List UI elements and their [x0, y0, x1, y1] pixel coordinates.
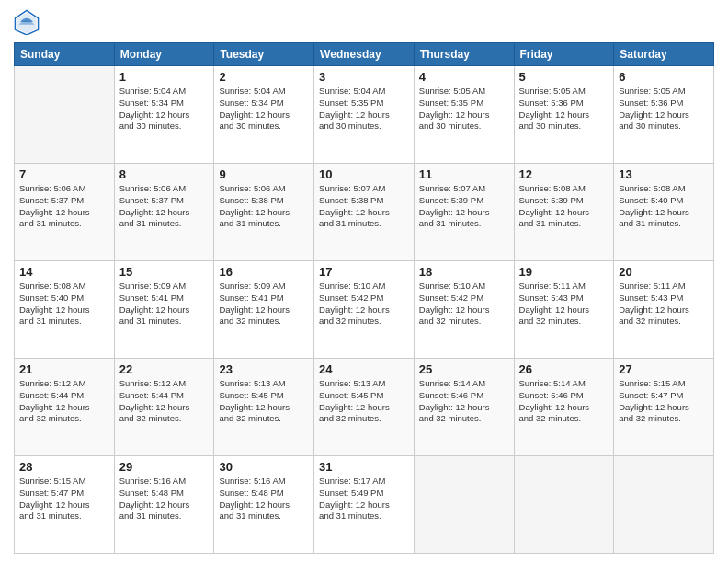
calendar-cell: 23Sunrise: 5:13 AM Sunset: 5:45 PM Dayli…: [214, 359, 314, 456]
day-number: 6: [619, 70, 709, 84]
day-info: Sunrise: 5:05 AM Sunset: 5:35 PM Dayligh…: [419, 86, 509, 132]
calendar-cell: 27Sunrise: 5:15 AM Sunset: 5:47 PM Dayli…: [614, 359, 714, 456]
calendar-cell: 8Sunrise: 5:06 AM Sunset: 5:37 PM Daylig…: [114, 164, 214, 261]
day-info: Sunrise: 5:06 AM Sunset: 5:37 PM Dayligh…: [19, 183, 109, 230]
header: [14, 9, 714, 35]
calendar-header-row: SundayMondayTuesdayWednesdayThursdayFrid…: [15, 43, 714, 66]
calendar-table: SundayMondayTuesdayWednesdayThursdayFrid…: [14, 42, 714, 554]
calendar-cell: 7Sunrise: 5:06 AM Sunset: 5:37 PM Daylig…: [15, 164, 115, 261]
calendar-cell: 18Sunrise: 5:10 AM Sunset: 5:42 PM Dayli…: [414, 261, 514, 359]
day-info: Sunrise: 5:08 AM Sunset: 5:40 PM Dayligh…: [19, 281, 109, 327]
day-number: 13: [619, 167, 709, 181]
day-info: Sunrise: 5:08 AM Sunset: 5:39 PM Dayligh…: [519, 183, 609, 230]
day-number: 14: [19, 265, 109, 279]
day-number: 9: [219, 167, 309, 181]
day-info: Sunrise: 5:08 AM Sunset: 5:40 PM Dayligh…: [619, 183, 709, 230]
day-number: 8: [119, 167, 210, 181]
calendar-cell: 31Sunrise: 5:17 AM Sunset: 5:49 PM Dayli…: [314, 456, 415, 554]
day-info: Sunrise: 5:13 AM Sunset: 5:45 PM Dayligh…: [219, 378, 309, 425]
day-number: 29: [119, 460, 210, 474]
day-number: 30: [219, 460, 309, 474]
calendar-cell: 12Sunrise: 5:08 AM Sunset: 5:39 PM Dayli…: [514, 164, 614, 261]
day-number: 18: [419, 265, 509, 279]
calendar-cell: 13Sunrise: 5:08 AM Sunset: 5:40 PM Dayli…: [614, 164, 714, 261]
day-number: 15: [119, 265, 210, 279]
day-info: Sunrise: 5:10 AM Sunset: 5:42 PM Dayligh…: [419, 281, 509, 327]
day-number: 16: [219, 265, 309, 279]
calendar-cell: [15, 66, 115, 164]
day-number: 20: [619, 265, 709, 279]
day-number: 5: [519, 70, 609, 84]
day-info: Sunrise: 5:17 AM Sunset: 5:49 PM Dayligh…: [319, 476, 409, 523]
calendar-cell: [514, 456, 614, 554]
day-info: Sunrise: 5:14 AM Sunset: 5:46 PM Dayligh…: [519, 378, 609, 425]
day-info: Sunrise: 5:06 AM Sunset: 5:37 PM Dayligh…: [119, 183, 210, 230]
day-info: Sunrise: 5:04 AM Sunset: 5:35 PM Dayligh…: [319, 86, 409, 132]
day-info: Sunrise: 5:12 AM Sunset: 5:44 PM Dayligh…: [19, 378, 109, 425]
day-number: 4: [419, 70, 509, 84]
day-number: 26: [519, 362, 609, 376]
day-number: 23: [219, 362, 309, 376]
day-number: 7: [19, 167, 109, 181]
calendar-cell: 30Sunrise: 5:16 AM Sunset: 5:48 PM Dayli…: [214, 456, 314, 554]
day-info: Sunrise: 5:05 AM Sunset: 5:36 PM Dayligh…: [519, 86, 609, 132]
calendar-day-header: Sunday: [15, 43, 115, 66]
day-number: 31: [319, 460, 409, 474]
calendar-cell: 24Sunrise: 5:13 AM Sunset: 5:45 PM Dayli…: [314, 359, 415, 456]
day-info: Sunrise: 5:04 AM Sunset: 5:34 PM Dayligh…: [219, 86, 309, 132]
calendar-day-header: Saturday: [614, 43, 714, 66]
day-number: 3: [319, 70, 409, 84]
day-info: Sunrise: 5:04 AM Sunset: 5:34 PM Dayligh…: [119, 86, 210, 132]
week-row: 21Sunrise: 5:12 AM Sunset: 5:44 PM Dayli…: [15, 359, 714, 456]
day-number: 24: [319, 362, 409, 376]
day-number: 11: [419, 167, 509, 181]
week-row: 14Sunrise: 5:08 AM Sunset: 5:40 PM Dayli…: [15, 261, 714, 359]
calendar-cell: 20Sunrise: 5:11 AM Sunset: 5:43 PM Dayli…: [614, 261, 714, 359]
calendar-cell: 29Sunrise: 5:16 AM Sunset: 5:48 PM Dayli…: [114, 456, 214, 554]
calendar-cell: 14Sunrise: 5:08 AM Sunset: 5:40 PM Dayli…: [15, 261, 115, 359]
day-number: 1: [119, 70, 210, 84]
day-info: Sunrise: 5:15 AM Sunset: 5:47 PM Dayligh…: [619, 378, 709, 425]
week-row: 28Sunrise: 5:15 AM Sunset: 5:47 PM Dayli…: [15, 456, 714, 554]
day-number: 25: [419, 362, 509, 376]
calendar-cell: 15Sunrise: 5:09 AM Sunset: 5:41 PM Dayli…: [114, 261, 214, 359]
calendar-day-header: Tuesday: [214, 43, 314, 66]
calendar-day-header: Friday: [514, 43, 614, 66]
calendar-cell: 6Sunrise: 5:05 AM Sunset: 5:36 PM Daylig…: [614, 66, 714, 164]
day-info: Sunrise: 5:16 AM Sunset: 5:48 PM Dayligh…: [119, 476, 210, 523]
day-number: 19: [519, 265, 609, 279]
calendar-cell: 28Sunrise: 5:15 AM Sunset: 5:47 PM Dayli…: [15, 456, 115, 554]
day-info: Sunrise: 5:07 AM Sunset: 5:38 PM Dayligh…: [319, 183, 409, 230]
day-info: Sunrise: 5:11 AM Sunset: 5:43 PM Dayligh…: [619, 281, 709, 327]
day-number: 27: [619, 362, 709, 376]
week-row: 1Sunrise: 5:04 AM Sunset: 5:34 PM Daylig…: [15, 66, 714, 164]
calendar-cell: 3Sunrise: 5:04 AM Sunset: 5:35 PM Daylig…: [314, 66, 415, 164]
calendar-cell: 4Sunrise: 5:05 AM Sunset: 5:35 PM Daylig…: [414, 66, 514, 164]
day-number: 2: [219, 70, 309, 84]
day-info: Sunrise: 5:16 AM Sunset: 5:48 PM Dayligh…: [219, 476, 309, 523]
calendar-cell: 11Sunrise: 5:07 AM Sunset: 5:39 PM Dayli…: [414, 164, 514, 261]
page: SundayMondayTuesdayWednesdayThursdayFrid…: [0, 0, 728, 563]
day-info: Sunrise: 5:12 AM Sunset: 5:44 PM Dayligh…: [119, 378, 210, 425]
day-number: 28: [19, 460, 109, 474]
day-number: 21: [19, 362, 109, 376]
calendar-cell: 22Sunrise: 5:12 AM Sunset: 5:44 PM Dayli…: [114, 359, 214, 456]
week-row: 7Sunrise: 5:06 AM Sunset: 5:37 PM Daylig…: [15, 164, 714, 261]
calendar-day-header: Thursday: [414, 43, 514, 66]
calendar-day-header: Wednesday: [314, 43, 415, 66]
calendar-cell: 2Sunrise: 5:04 AM Sunset: 5:34 PM Daylig…: [214, 66, 314, 164]
calendar-cell: 1Sunrise: 5:04 AM Sunset: 5:34 PM Daylig…: [114, 66, 214, 164]
calendar-cell: 17Sunrise: 5:10 AM Sunset: 5:42 PM Dayli…: [314, 261, 415, 359]
calendar-cell: 19Sunrise: 5:11 AM Sunset: 5:43 PM Dayli…: [514, 261, 614, 359]
calendar-cell: [414, 456, 514, 554]
calendar-cell: 9Sunrise: 5:06 AM Sunset: 5:38 PM Daylig…: [214, 164, 314, 261]
day-number: 10: [319, 167, 409, 181]
calendar-cell: 5Sunrise: 5:05 AM Sunset: 5:36 PM Daylig…: [514, 66, 614, 164]
day-info: Sunrise: 5:09 AM Sunset: 5:41 PM Dayligh…: [119, 281, 210, 327]
day-number: 12: [519, 167, 609, 181]
calendar-day-header: Monday: [114, 43, 214, 66]
calendar-cell: 21Sunrise: 5:12 AM Sunset: 5:44 PM Dayli…: [15, 359, 115, 456]
calendar-cell: 25Sunrise: 5:14 AM Sunset: 5:46 PM Dayli…: [414, 359, 514, 456]
logo-icon: [14, 9, 40, 35]
day-info: Sunrise: 5:05 AM Sunset: 5:36 PM Dayligh…: [619, 86, 709, 132]
